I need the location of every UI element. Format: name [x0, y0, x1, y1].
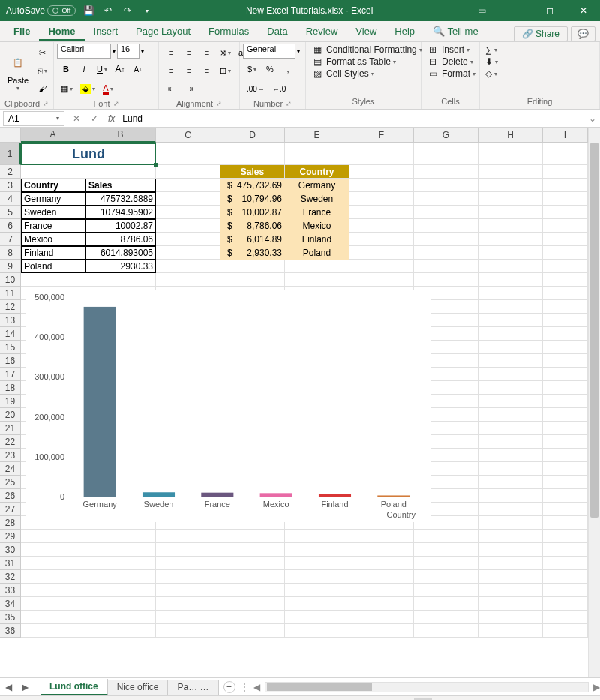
cell[interactable]: [220, 624, 285, 638]
cell[interactable]: [478, 179, 543, 192]
cell[interactable]: [86, 557, 156, 570]
cell[interactable]: [543, 557, 588, 570]
data-cell[interactable]: Mexico: [21, 233, 86, 246]
home-tab[interactable]: Home: [39, 23, 84, 41]
cell[interactable]: [350, 624, 414, 638]
cell[interactable]: [543, 143, 588, 165]
cell[interactable]: [350, 543, 414, 557]
cell[interactable]: [220, 597, 285, 611]
cell[interactable]: [350, 260, 414, 273]
sheet-tab-nice[interactable]: Nice office: [108, 680, 169, 695]
expand-formula-bar-icon[interactable]: ⌄: [585, 113, 600, 124]
cell[interactable]: [156, 246, 220, 260]
cell[interactable]: [350, 530, 414, 543]
cell[interactable]: [21, 165, 86, 179]
cell[interactable]: [543, 260, 588, 273]
comments-button[interactable]: 💬: [571, 26, 596, 41]
cell[interactable]: [285, 273, 350, 287]
cell[interactable]: [543, 395, 588, 408]
help-tab[interactable]: Help: [386, 23, 424, 41]
sheet-tab-pa[interactable]: Pa… …: [168, 680, 218, 695]
row-header-2[interactable]: 2: [0, 165, 21, 179]
cell[interactable]: [350, 219, 414, 233]
vertical-scrollbar[interactable]: [588, 128, 600, 677]
row-header-21[interactable]: 21: [0, 422, 21, 435]
increase-decimal-icon[interactable]: .00→: [244, 80, 268, 97]
data-cell[interactable]: Sales: [86, 179, 156, 192]
font-launcher[interactable]: ⤢: [113, 100, 119, 107]
data-cell[interactable]: 10794.95902: [86, 206, 156, 219]
cell[interactable]: [543, 570, 588, 584]
cell[interactable]: [478, 503, 543, 516]
cell[interactable]: [414, 165, 478, 179]
column-header-F[interactable]: F: [350, 128, 414, 143]
formula-input[interactable]: [119, 113, 585, 124]
horizontal-scrollbar[interactable]: [265, 682, 590, 692]
cell[interactable]: [86, 530, 156, 543]
align-left-icon[interactable]: ≡: [163, 62, 179, 79]
cell[interactable]: [478, 476, 543, 489]
row-header-27[interactable]: 27: [0, 503, 21, 516]
sheet-nav-next-icon[interactable]: ▶: [16, 682, 33, 692]
cell[interactable]: [478, 233, 543, 246]
cell[interactable]: [478, 219, 543, 233]
data-cell[interactable]: Poland: [21, 260, 86, 273]
data-cell[interactable]: 6014.893005: [86, 246, 156, 260]
cell[interactable]: [220, 260, 285, 273]
alignment-launcher[interactable]: ⤢: [216, 100, 222, 107]
cell[interactable]: [543, 327, 588, 341]
data-cell[interactable]: $2,930.33: [220, 246, 285, 260]
vertical-scroll-thumb[interactable]: [590, 143, 598, 518]
data-cell[interactable]: Mexico: [285, 219, 350, 233]
cell[interactable]: [478, 314, 543, 327]
cut-icon[interactable]: ✂: [34, 44, 50, 61]
fill-color-icon[interactable]: ⬙▾: [77, 80, 98, 97]
cell[interactable]: [478, 273, 543, 287]
merge-center-icon[interactable]: ⊞▾: [217, 62, 234, 79]
cell[interactable]: [156, 543, 220, 557]
cell[interactable]: [156, 557, 220, 570]
data-cell[interactable]: Sweden: [285, 192, 350, 206]
horizontal-scroll-thumb[interactable]: [267, 683, 372, 691]
orientation-icon[interactable]: ⤭▾: [217, 44, 234, 61]
row-header-34[interactable]: 34: [0, 597, 21, 611]
cell[interactable]: [414, 192, 478, 206]
row-header-32[interactable]: 32: [0, 570, 21, 584]
cell[interactable]: [478, 449, 543, 462]
column-header-D[interactable]: D: [220, 128, 285, 143]
cell[interactable]: [21, 624, 86, 638]
cell[interactable]: [543, 354, 588, 368]
data-cell[interactable]: France: [285, 206, 350, 219]
data-cell[interactable]: Sales: [220, 165, 285, 179]
cell[interactable]: [285, 543, 350, 557]
cell[interactable]: [543, 300, 588, 314]
cell[interactable]: [478, 260, 543, 273]
cell[interactable]: [156, 179, 220, 192]
column-header-I[interactable]: I: [543, 128, 588, 143]
row-header-24[interactable]: 24: [0, 462, 21, 476]
row-header-26[interactable]: 26: [0, 489, 21, 503]
row-header-23[interactable]: 23: [0, 449, 21, 462]
conditional-formatting-button[interactable]: ▦Conditional Formatting▾: [309, 44, 424, 56]
cell[interactable]: [21, 543, 86, 557]
fill-handle[interactable]: [154, 163, 158, 167]
cell[interactable]: [156, 143, 220, 165]
cell[interactable]: [478, 435, 543, 449]
format-painter-icon[interactable]: 🖌: [34, 80, 50, 97]
row-header-22[interactable]: 22: [0, 435, 21, 449]
cancel-formula-icon[interactable]: ✕: [68, 113, 86, 124]
cell[interactable]: [156, 165, 220, 179]
data-cell[interactable]: Germany: [21, 192, 86, 206]
cell[interactable]: [220, 570, 285, 584]
cell[interactable]: [414, 179, 478, 192]
increase-font-icon[interactable]: A↑: [112, 61, 128, 77]
file-tab[interactable]: File: [4, 23, 39, 41]
cell[interactable]: [478, 381, 543, 395]
cell[interactable]: [350, 597, 414, 611]
cell[interactable]: [543, 503, 588, 516]
row-header-28[interactable]: 28: [0, 516, 21, 530]
cell[interactable]: [414, 143, 478, 165]
cell[interactable]: [543, 516, 588, 530]
underline-button[interactable]: U▾: [94, 61, 110, 77]
row-header-30[interactable]: 30: [0, 543, 21, 557]
